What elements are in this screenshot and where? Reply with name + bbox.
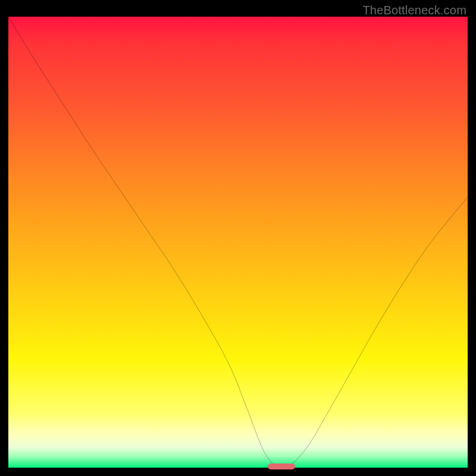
optimum-marker xyxy=(268,464,295,469)
chart-frame: TheBottleneck.com xyxy=(0,0,476,476)
bottleneck-curve xyxy=(8,17,468,468)
attribution-label: TheBottleneck.com xyxy=(362,4,466,17)
plot-area xyxy=(8,17,468,468)
